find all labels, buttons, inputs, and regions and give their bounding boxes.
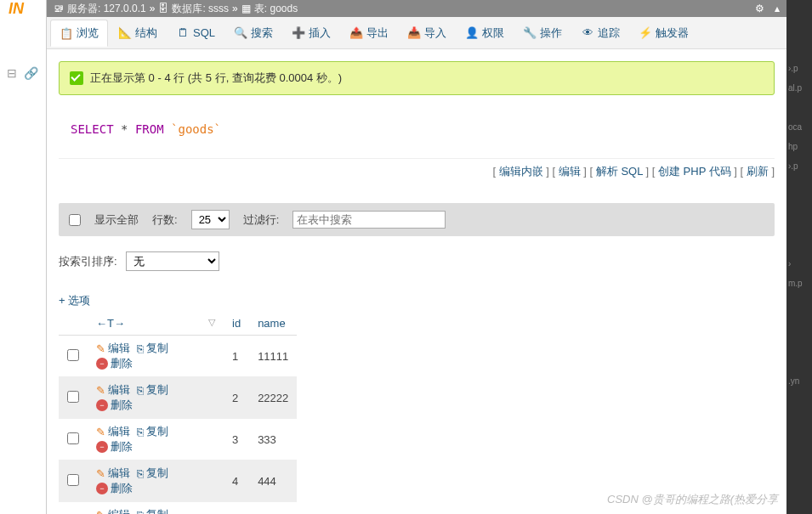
- cell-id: 2: [224, 377, 249, 419]
- table-row: ✎编辑⎘复制−删除111111: [59, 336, 297, 377]
- cell-id: 1: [224, 336, 249, 377]
- search-icon: 🔍: [234, 26, 247, 40]
- tab-browse[interactable]: 📋浏览: [50, 20, 108, 47]
- tab-sql[interactable]: 🗒SQL: [168, 21, 224, 45]
- right-panel: ›.pal.p ocahp›.p ›m.p .yn: [786, 0, 812, 514]
- show-all-checkbox[interactable]: [69, 214, 81, 226]
- filter-input[interactable]: [292, 211, 446, 229]
- check-icon: [70, 71, 83, 85]
- gear-icon[interactable]: ⚙: [755, 3, 764, 14]
- minus-circle-icon: −: [96, 441, 108, 453]
- row-edit[interactable]: ✎编辑: [96, 466, 130, 481]
- row-checkbox[interactable]: [67, 474, 79, 486]
- pencil-icon: ✎: [96, 342, 105, 355]
- edit-inline-link[interactable]: 编辑内嵌: [499, 165, 543, 178]
- cell-name: 333: [249, 419, 297, 460]
- copy-icon: ⎘: [137, 467, 144, 480]
- row-copy[interactable]: ⎘复制: [137, 507, 168, 514]
- chevron-down-icon: ▽: [208, 317, 215, 328]
- results-controls: 显示全部 行数: 25 过滤行:: [59, 203, 775, 236]
- edit-link[interactable]: 编辑: [559, 165, 581, 178]
- table-row: ✎编辑⎘复制−删除5555: [59, 502, 297, 515]
- leftbar-link-icon[interactable]: 🔗: [24, 66, 38, 80]
- tab-triggers[interactable]: ⚡触发器: [630, 20, 697, 46]
- refresh-link[interactable]: 刷新: [747, 165, 769, 178]
- row-checkbox[interactable]: [67, 391, 79, 403]
- sort-label: 按索引排序:: [59, 254, 117, 269]
- php-link[interactable]: 创建 PHP 代码: [658, 165, 731, 178]
- row-delete[interactable]: −删除: [96, 398, 133, 413]
- col-actions[interactable]: ←T→ ▽: [88, 312, 224, 336]
- table-row: ✎编辑⎘复制−删除3333: [59, 419, 297, 460]
- pencil-icon: ✎: [96, 509, 105, 515]
- sql-toolbar: [ 编辑内嵌 ] [ 编辑 ] [ 解析 SQL ] [ 创建 PHP 代码 ]…: [59, 158, 775, 184]
- row-edit[interactable]: ✎编辑: [96, 507, 130, 514]
- tab-search[interactable]: 🔍搜索: [225, 20, 281, 46]
- operations-icon: 🔧: [523, 26, 537, 40]
- tab-import[interactable]: 📥导入: [399, 20, 455, 46]
- minus-circle-icon: −: [96, 358, 108, 370]
- collapse-icon[interactable]: ▴: [775, 3, 780, 14]
- rows-select[interactable]: 25: [191, 210, 230, 229]
- cell-name: 555: [249, 502, 297, 515]
- db-icon: 🗄: [158, 3, 168, 14]
- table-icon: ▦: [241, 3, 251, 14]
- sort-select[interactable]: 无: [126, 251, 219, 271]
- tab-privileges[interactable]: 👤权限: [457, 20, 513, 46]
- watermark: CSDN @贵哥的编程之路(热爱分享: [607, 492, 778, 507]
- logo: IN: [9, 0, 24, 18]
- minus-circle-icon: −: [96, 399, 108, 411]
- cell-id: 5: [224, 502, 249, 515]
- sql-icon: 🗒: [176, 26, 190, 40]
- privileges-icon: 👤: [465, 26, 479, 40]
- row-edit[interactable]: ✎编辑: [96, 382, 130, 398]
- row-checkbox[interactable]: [67, 349, 79, 361]
- cell-name: 11111: [249, 336, 297, 377]
- cell-name: 22222: [249, 377, 297, 419]
- row-delete[interactable]: −删除: [96, 439, 133, 455]
- insert-icon: ➕: [292, 26, 305, 40]
- tab-insert[interactable]: ➕插入: [283, 20, 339, 46]
- export-icon: 📤: [349, 26, 363, 40]
- track-icon: 👁: [581, 26, 594, 40]
- tab-structure[interactable]: 📐结构: [110, 20, 166, 46]
- row-copy[interactable]: ⎘复制: [137, 341, 168, 356]
- triggers-icon: ⚡: [639, 26, 652, 40]
- pencil-icon: ✎: [96, 426, 105, 438]
- import-icon: 📥: [407, 26, 421, 40]
- pencil-icon: ✎: [96, 384, 105, 397]
- row-copy[interactable]: ⎘复制: [137, 466, 168, 481]
- table-row: ✎编辑⎘复制−删除4444: [59, 460, 297, 502]
- row-delete[interactable]: −删除: [96, 481, 133, 496]
- show-all-label: 显示全部: [94, 212, 139, 228]
- tab-track[interactable]: 👁追踪: [572, 20, 628, 46]
- cell-name: 444: [249, 460, 297, 502]
- copy-icon: ⎘: [137, 426, 144, 438]
- row-edit[interactable]: ✎编辑: [96, 424, 130, 439]
- table-row: ✎编辑⎘复制−删除222222: [59, 377, 297, 419]
- tab-operations[interactable]: 🔧操作: [514, 20, 571, 46]
- col-name[interactable]: name: [249, 312, 297, 336]
- filter-label: 过滤行:: [243, 212, 280, 228]
- server-icon: 🖳: [54, 3, 64, 14]
- sql-query: SELECT * FROM `goods`: [59, 110, 775, 148]
- structure-icon: 📐: [118, 26, 132, 40]
- row-delete[interactable]: −删除: [96, 356, 133, 371]
- rows-label: 行数:: [152, 212, 178, 228]
- explain-link[interactable]: 解析 SQL: [596, 165, 643, 178]
- row-edit[interactable]: ✎编辑: [96, 341, 130, 356]
- copy-icon: ⎘: [137, 509, 144, 515]
- options-toggle[interactable]: + 选项: [59, 293, 775, 308]
- tab-export[interactable]: 📤导出: [341, 20, 397, 46]
- breadcrumb: 🖳 服务器: 127.0.0.1 » 🗄 数据库: ssss » ▦ 表: go…: [47, 0, 786, 17]
- col-id[interactable]: id: [224, 312, 249, 336]
- leftbar-collapse-icon[interactable]: ⊟: [7, 66, 17, 80]
- minus-circle-icon: −: [96, 483, 108, 494]
- pencil-icon: ✎: [96, 467, 105, 480]
- row-copy[interactable]: ⎘复制: [137, 382, 168, 398]
- row-copy[interactable]: ⎘复制: [137, 424, 168, 439]
- result-notice: 正在显示第 0 - 4 行 (共 5 行, 查询花费 0.0004 秒。): [59, 61, 775, 95]
- tabs: 📋浏览 📐结构 🗒SQL 🔍搜索 ➕插入 📤导出 📥导入 👤权限 🔧操作 👁追踪…: [47, 17, 786, 49]
- browse-icon: 📋: [60, 26, 73, 40]
- row-checkbox[interactable]: [67, 432, 79, 444]
